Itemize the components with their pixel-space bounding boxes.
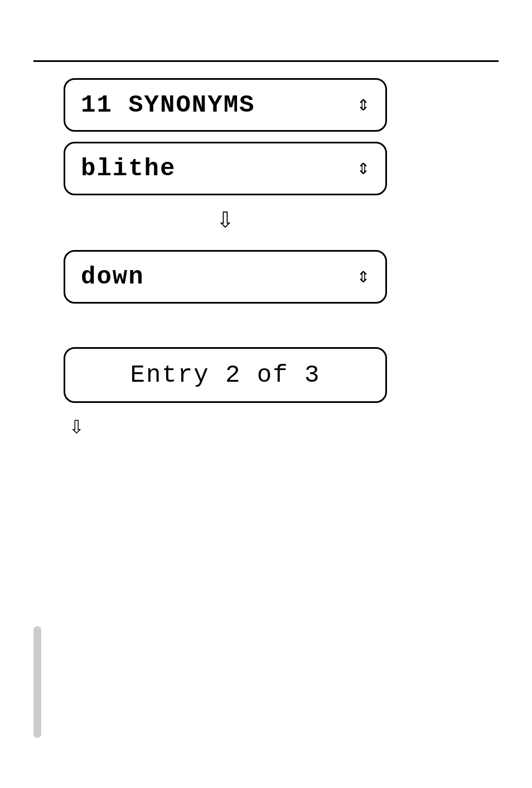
blithe-label: blithe [81, 155, 176, 182]
blithe-sort-icon: ⇕ [357, 158, 370, 179]
entry-counter-label: Entry 2 of 3 [130, 361, 321, 389]
down-sort-icon: ⇕ [357, 266, 370, 287]
main-container: 11 SYNONYMS ⇕ blithe ⇕ ⇩ down ⇕ Entry 2 … [64, 78, 387, 441]
arrow-down-2: ⇩ [69, 411, 387, 441]
synonyms-sort-icon: ⇕ [357, 94, 370, 116]
down-label: down [81, 263, 144, 291]
synonyms-label: 11 SYNONYMS [81, 91, 255, 119]
scrollbar[interactable] [33, 626, 41, 738]
blithe-dropdown[interactable]: blithe ⇕ [64, 142, 387, 195]
entry-counter-box[interactable]: Entry 2 of 3 [64, 347, 387, 403]
synonyms-dropdown[interactable]: 11 SYNONYMS ⇕ [64, 78, 387, 132]
entry-section: Entry 2 of 3 ⇩ [64, 347, 387, 441]
top-border [33, 60, 499, 62]
arrow-down-1: ⇩ [64, 201, 387, 237]
down-dropdown[interactable]: down ⇕ [64, 250, 387, 304]
